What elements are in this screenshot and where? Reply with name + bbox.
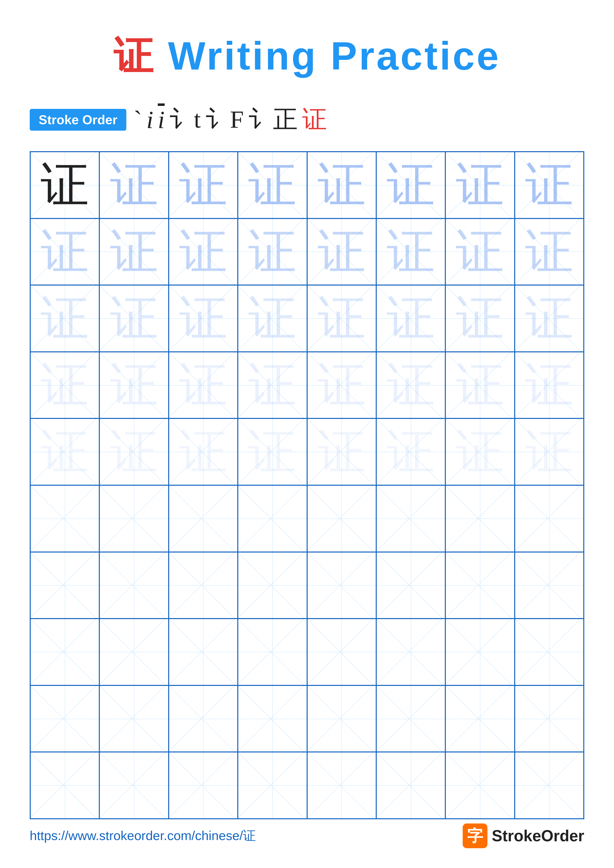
grid-cell-r1c1[interactable]: 证 [30, 152, 99, 219]
char-r1c6: 证 [387, 161, 435, 209]
grid-cell-r9c1[interactable] [30, 685, 99, 752]
grid-cell-r4c5[interactable]: 证 [307, 352, 376, 418]
grid-cell-r8c4[interactable] [238, 618, 307, 685]
grid-cell-r4c3[interactable]: 证 [169, 352, 238, 418]
grid-cell-r8c1[interactable] [30, 618, 99, 685]
grid-cell-r6c8[interactable] [515, 485, 584, 552]
grid-cell-r10c2[interactable] [99, 752, 168, 819]
grid-cell-r2c6[interactable]: 证 [376, 219, 445, 285]
grid-cell-r10c3[interactable] [169, 752, 238, 819]
grid-cell-r2c3[interactable]: 证 [169, 219, 238, 285]
char-r3c1: 证 [40, 294, 89, 343]
grid-cell-r3c3[interactable]: 证 [169, 285, 238, 352]
grid-cell-r4c1[interactable]: 证 [30, 352, 99, 418]
grid-cell-r7c7[interactable] [445, 552, 515, 619]
char-r2c5: 证 [317, 228, 366, 276]
grid-cell-r7c4[interactable] [238, 552, 307, 619]
grid-cell-r10c8[interactable] [515, 752, 584, 819]
char-r3c4: 证 [248, 294, 297, 343]
grid-cell-r6c3[interactable] [169, 485, 238, 552]
char-r1c5: 证 [317, 161, 366, 209]
grid-cell-r4c7[interactable]: 证 [445, 352, 515, 418]
grid-cell-r6c7[interactable] [445, 485, 515, 552]
grid-cell-r4c4[interactable]: 证 [238, 352, 307, 418]
grid-cell-r3c2[interactable]: 证 [99, 285, 168, 352]
grid-cell-r5c6[interactable]: 证 [376, 418, 445, 485]
grid-cell-r3c8[interactable]: 证 [515, 285, 584, 352]
grid-cell-r5c5[interactable]: 证 [307, 418, 376, 485]
grid-cell-r8c7[interactable] [445, 618, 515, 685]
grid-cell-r9c5[interactable] [307, 685, 376, 752]
grid-cell-r3c5[interactable]: 证 [307, 285, 376, 352]
grid-cell-r2c2[interactable]: 证 [99, 219, 168, 285]
grid-cell-r10c4[interactable] [238, 752, 307, 819]
char-r4c2: 证 [110, 361, 158, 409]
grid-cell-r3c6[interactable]: 证 [376, 285, 445, 352]
grid-cell-r9c3[interactable] [169, 685, 238, 752]
grid-cell-r6c2[interactable] [99, 485, 168, 552]
grid-cell-r1c7[interactable]: 证 [445, 152, 515, 219]
char-r2c4: 证 [248, 228, 297, 276]
grid-cell-r6c5[interactable] [307, 485, 376, 552]
grid-cell-r5c4[interactable]: 证 [238, 418, 307, 485]
footer-url[interactable]: https://www.strokeorder.com/chinese/证 [30, 827, 256, 845]
grid-cell-r3c7[interactable]: 证 [445, 285, 515, 352]
grid-cell-r9c7[interactable] [445, 685, 515, 752]
grid-cell-r4c6[interactable]: 证 [376, 352, 445, 418]
char-r5c3: 证 [179, 428, 227, 476]
grid-cell-r7c5[interactable] [307, 552, 376, 619]
grid-cell-r1c5[interactable]: 证 [307, 152, 376, 219]
grid-cell-r5c7[interactable]: 证 [445, 418, 515, 485]
grid-cell-r1c4[interactable]: 证 [238, 152, 307, 219]
char-r4c6: 证 [387, 361, 435, 409]
grid-cell-r9c4[interactable] [238, 685, 307, 752]
grid-cell-r7c2[interactable] [99, 552, 168, 619]
grid-cell-r2c1[interactable]: 证 [30, 219, 99, 285]
char-r3c2: 证 [110, 294, 158, 343]
grid-cell-r6c4[interactable] [238, 485, 307, 552]
char-r1c3: 证 [179, 161, 227, 209]
grid-cell-r7c3[interactable] [169, 552, 238, 619]
grid-cell-r8c5[interactable] [307, 618, 376, 685]
grid-cell-r8c6[interactable] [376, 618, 445, 685]
grid-cell-r1c8[interactable]: 证 [515, 152, 584, 219]
grid-cell-r8c3[interactable] [169, 618, 238, 685]
grid-cell-r5c2[interactable]: 证 [99, 418, 168, 485]
char-r1c1: 证 [40, 161, 89, 209]
grid-cell-r5c8[interactable]: 证 [515, 418, 584, 485]
grid-cell-r10c1[interactable] [30, 752, 99, 819]
grid-cell-r10c6[interactable] [376, 752, 445, 819]
grid-cell-r7c8[interactable] [515, 552, 584, 619]
grid-cell-r4c8[interactable]: 证 [515, 352, 584, 418]
grid-cell-r8c2[interactable] [99, 618, 168, 685]
grid-cell-r7c1[interactable] [30, 552, 99, 619]
stroke-seq-7: 证 [302, 103, 327, 136]
grid-cell-r7c6[interactable] [376, 552, 445, 619]
grid-cell-r3c1[interactable]: 证 [30, 285, 99, 352]
grid-cell-r2c7[interactable]: 证 [445, 219, 515, 285]
char-r3c6: 证 [387, 294, 435, 343]
grid-cell-r1c6[interactable]: 证 [376, 152, 445, 219]
char-r2c1: 证 [40, 228, 89, 276]
char-r3c5: 证 [317, 294, 366, 343]
char-r1c7: 证 [456, 161, 504, 209]
grid-cell-r2c4[interactable]: 证 [238, 219, 307, 285]
grid-cell-r9c2[interactable] [99, 685, 168, 752]
grid-cell-r10c5[interactable] [307, 752, 376, 819]
title-english: Writing Practice [155, 34, 501, 78]
grid-cell-r9c6[interactable] [376, 685, 445, 752]
grid-cell-r6c6[interactable] [376, 485, 445, 552]
char-r4c1: 证 [40, 361, 89, 409]
grid-cell-r6c1[interactable] [30, 485, 99, 552]
grid-cell-r8c8[interactable] [515, 618, 584, 685]
grid-cell-r2c8[interactable]: 证 [515, 219, 584, 285]
grid-cell-r10c7[interactable] [445, 752, 515, 819]
grid-cell-r1c2[interactable]: 证 [99, 152, 168, 219]
grid-cell-r9c8[interactable] [515, 685, 584, 752]
grid-cell-r5c3[interactable]: 证 [169, 418, 238, 485]
grid-cell-r5c1[interactable]: 证 [30, 418, 99, 485]
grid-cell-r2c5[interactable]: 证 [307, 219, 376, 285]
grid-cell-r1c3[interactable]: 证 [169, 152, 238, 219]
grid-cell-r3c4[interactable]: 证 [238, 285, 307, 352]
grid-cell-r4c2[interactable]: 证 [99, 352, 168, 418]
